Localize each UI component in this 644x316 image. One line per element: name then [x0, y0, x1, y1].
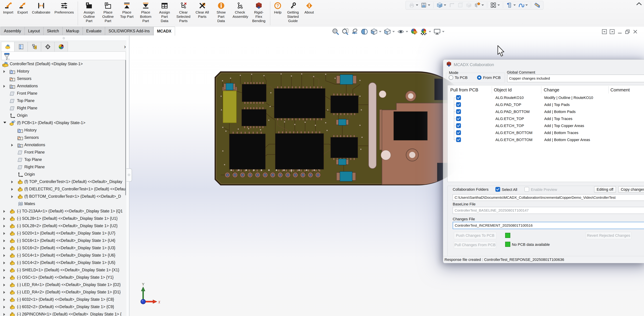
- panel-splitter-handle[interactable]: [126, 168, 132, 182]
- expand-arrow-icon[interactable]: [4, 306, 5, 309]
- clear-selected-parts-button[interactable]: Clear Selected Parts: [174, 1, 193, 23]
- dropdown-caret-icon[interactable]: [406, 31, 408, 32]
- options-gear-button[interactable]: [474, 2, 484, 8]
- change-cell[interactable]: Add | Bottom Traces: [544, 131, 578, 135]
- tree-item[interactable]: Front Plane: [0, 90, 126, 97]
- clear-all-parts-button[interactable]: Clear All Parts: [193, 1, 212, 19]
- tree-item[interactable]: ControllerTest (Default) <Display State-…: [0, 60, 126, 68]
- expand-arrow-icon[interactable]: [4, 298, 5, 301]
- tree-item[interactable]: Origin: [0, 112, 126, 119]
- previous-view-button[interactable]: [351, 28, 358, 35]
- place-top-part-button[interactable]: Place Top Part: [118, 1, 136, 19]
- tree-item[interactable]: Top Plane: [0, 156, 126, 163]
- select-all-checkbox[interactable]: [496, 187, 500, 192]
- dropdown-caret-icon[interactable]: [392, 31, 395, 32]
- dropdown-caret-icon[interactable]: [514, 4, 516, 6]
- about-button[interactable]: About: [302, 1, 316, 15]
- tree-item[interactable]: (-) SO14<1> (Default) <<Default>_Display…: [0, 252, 126, 259]
- pull-checkbox[interactable]: [456, 116, 461, 121]
- change-cell[interactable]: Add | Bottom Copper Areas: [544, 138, 590, 142]
- section-view-button[interactable]: [361, 28, 368, 35]
- panel-tab-configurationmanager[interactable]: [28, 42, 41, 52]
- tab-solidworks-add-ins[interactable]: SOLIDWORKS Add-Ins: [105, 27, 153, 35]
- column-header-pull[interactable]: Pull from PCB: [450, 87, 478, 93]
- pull-checkbox[interactable]: [456, 102, 461, 107]
- zoom-area-button[interactable]: [342, 28, 349, 35]
- baseline-file-input[interactable]: ControllerTest_BASELINE_20250801T100147: [453, 207, 644, 214]
- changes-file-input[interactable]: ControllerTest_INCREMENT_20250801T100516: [453, 222, 644, 229]
- tree-item[interactable]: Sensors: [0, 75, 126, 83]
- dropdown-caret-icon[interactable]: [379, 31, 382, 32]
- radio-from-pcb[interactable]: [477, 75, 482, 80]
- place-outline-part-button[interactable]: Place Outline Part: [98, 1, 118, 23]
- panel-tab-featuremanager-tree[interactable]: [1, 42, 14, 52]
- pull-changes-button[interactable]: Pull Changes From PCB: [454, 241, 496, 249]
- tree-item[interactable]: Front Plane: [0, 149, 126, 156]
- pull-checkbox[interactable]: [456, 109, 461, 114]
- tree-item[interactable]: (-) SO20<1> (Default) <<Default>_Display…: [0, 230, 126, 237]
- tree-item[interactable]: (-) SO14<2> (Default) <<Default>_Display…: [0, 259, 126, 267]
- apply-scene-button[interactable]: [420, 28, 431, 35]
- enable-preview-checkbox[interactable]: [524, 187, 529, 192]
- dropdown-caret-icon[interactable]: [416, 4, 418, 6]
- expand-arrow-icon[interactable]: [4, 70, 5, 73]
- tree-item[interactable]: Top Plane: [0, 97, 126, 105]
- tree-item[interactable]: AAnnotations: [0, 83, 126, 90]
- tree-item[interactable]: History: [0, 127, 126, 134]
- tree-filter-box[interactable]: [1, 51, 126, 60]
- expand-arrow-icon[interactable]: [4, 232, 5, 235]
- panel-header-strip[interactable]: [0, 36, 126, 41]
- measure-button[interactable]: [534, 2, 540, 8]
- panel-tab-propertymanager[interactable]: [14, 42, 28, 52]
- change-cell[interactable]: Add | Bottom Pads: [544, 110, 576, 114]
- change-cell[interactable]: Add | Top Pads: [544, 103, 570, 107]
- assign-part-data-button[interactable]: Assign Part Data: [155, 1, 174, 23]
- tree-item[interactable]: (f) TOP_ControllerTest<1> (Default) <<De…: [0, 178, 126, 185]
- object-id-cell[interactable]: ALG:PAD_TOP: [496, 103, 521, 107]
- import-button[interactable]: Import: [1, 1, 16, 15]
- display-style-button[interactable]: [384, 28, 395, 35]
- column-header-change[interactable]: Change: [544, 87, 559, 93]
- tree-item[interactable]: Right Plane: [0, 163, 126, 171]
- pull-checkbox[interactable]: [456, 130, 461, 135]
- tree-item[interactable]: (-) SO16<2> (Default) <<Default>_Display…: [0, 244, 126, 252]
- expand-arrow-icon[interactable]: [4, 262, 5, 264]
- dropdown-caret-icon[interactable]: [429, 31, 431, 32]
- corner-rebuild-button[interactable]: [448, 2, 455, 8]
- expand-arrow-icon[interactable]: [4, 254, 5, 257]
- expand-arrow-icon[interactable]: [4, 247, 5, 250]
- tree-item[interactable]: (-) 6032<2> (Default) <<Default>_Display…: [0, 303, 126, 311]
- tree-item[interactable]: (-) LED_RA<2> (Default) <<Default>_Displ…: [0, 289, 126, 296]
- panel-tab-displaymanager[interactable]: [54, 42, 68, 52]
- column-header-object-id[interactable]: Object Id: [494, 87, 512, 93]
- expand-arrow-icon[interactable]: [4, 276, 5, 279]
- dropdown-caret-icon[interactable]: [526, 4, 528, 6]
- check-assembly-button[interactable]: Check Assembly: [230, 1, 250, 19]
- expand-arrow-icon[interactable]: [11, 188, 13, 191]
- spline-tool-button[interactable]: [518, 2, 528, 8]
- expand-arrow-icon[interactable]: [4, 291, 5, 294]
- pane-left-button[interactable]: [602, 29, 607, 35]
- box-ghost-button[interactable]: [457, 2, 463, 8]
- assign-outline-part-button[interactable]: Assign Outline Part: [80, 1, 98, 23]
- view-orientation-button[interactable]: [370, 28, 382, 35]
- expand-arrow-icon[interactable]: [4, 225, 5, 227]
- pull-checkbox[interactable]: [456, 123, 461, 128]
- hide-show-items-button[interactable]: [397, 28, 408, 35]
- tab-layout[interactable]: Layout: [25, 27, 44, 35]
- expand-arrow-icon[interactable]: [4, 284, 5, 286]
- tree-item[interactable]: (-) SOL28<1> (Default) <<Default>_Displa…: [0, 215, 126, 222]
- zoom-fit-button[interactable]: [332, 28, 339, 35]
- dropdown-caret-icon[interactable]: [444, 4, 446, 6]
- push-changes-button[interactable]: Push Changes To PCB: [454, 232, 496, 239]
- tree-item[interactable]: (f) BOTTOM_ControllerTest<1> (Default) <…: [0, 193, 126, 200]
- export-button[interactable]: Export: [16, 1, 30, 15]
- help-button[interactable]: ?Help: [272, 1, 284, 15]
- restore-button[interactable]: [625, 29, 630, 35]
- component-pattern-button[interactable]: [490, 2, 500, 8]
- edit-appearance-button[interactable]: [410, 28, 418, 35]
- object-id-cell[interactable]: ALG:ETCH_BOTTOM: [496, 138, 532, 142]
- box-ghost2-button[interactable]: [466, 2, 472, 8]
- expand-arrow-icon[interactable]: [4, 269, 5, 272]
- tab-assembly[interactable]: Assembly: [0, 27, 25, 35]
